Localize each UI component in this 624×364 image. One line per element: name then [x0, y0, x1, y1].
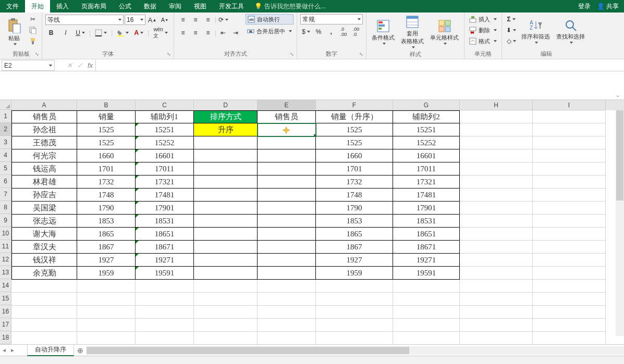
- cell-F10[interactable]: 1865: [316, 228, 393, 241]
- cell-D2[interactable]: 升序: [194, 123, 258, 136]
- cell-A7[interactable]: 孙应吉: [11, 189, 77, 202]
- cell-C10[interactable]: 18651: [136, 228, 194, 241]
- horizontal-scrollbar[interactable]: [87, 346, 624, 355]
- tab-file[interactable]: 文件: [0, 0, 25, 12]
- cell-C1[interactable]: 辅助列1: [136, 110, 194, 123]
- align-middle-button[interactable]: ≡: [190, 15, 201, 25]
- row-header-9[interactable]: 9: [0, 214, 11, 227]
- cell-I13[interactable]: [533, 267, 606, 280]
- col-header-G[interactable]: G: [393, 100, 460, 110]
- phonetic-button[interactable]: wén文: [152, 28, 168, 38]
- align-bottom-button[interactable]: ≡: [202, 15, 214, 25]
- row-header-2[interactable]: 2: [0, 123, 11, 136]
- decrease-indent-button[interactable]: ⇤: [217, 28, 229, 38]
- cell-A3[interactable]: 王德茂: [11, 136, 77, 149]
- cell-D1[interactable]: 排序方式: [194, 110, 258, 123]
- tab-developer[interactable]: 开发工具: [213, 0, 250, 12]
- sort-filter-button[interactable]: AZ排序和筛选: [519, 14, 552, 49]
- align-center-button[interactable]: ≡: [190, 28, 201, 38]
- tab-data[interactable]: 数据: [138, 0, 163, 12]
- cell-C15[interactable]: [136, 293, 194, 306]
- cell-F14[interactable]: [316, 280, 393, 293]
- cell-D6[interactable]: [194, 175, 258, 189]
- cell-I12[interactable]: [533, 254, 606, 267]
- cell-D18[interactable]: [194, 332, 258, 344]
- cell-A18[interactable]: [11, 332, 77, 344]
- cell-A4[interactable]: 何光宗: [11, 149, 77, 162]
- cell-D9[interactable]: [194, 215, 258, 228]
- cell-A5[interactable]: 钱运高: [11, 162, 77, 175]
- cell-F8[interactable]: 1790: [316, 202, 393, 215]
- row-header-8[interactable]: 8: [0, 201, 11, 214]
- font-launcher[interactable]: ⤡: [165, 51, 173, 58]
- cell-I11[interactable]: [533, 241, 606, 254]
- cell-D15[interactable]: [194, 293, 258, 306]
- cancel-formula-button[interactable]: ✕: [64, 61, 75, 69]
- paste-button[interactable]: 粘贴: [3, 14, 25, 49]
- cell-C18[interactable]: [136, 332, 194, 344]
- cell-E12[interactable]: [258, 254, 316, 267]
- cell-A13[interactable]: 余克勤: [11, 267, 77, 280]
- collapse-formula-icon[interactable]: ⌄: [616, 92, 623, 99]
- cell-A6[interactable]: 林君雄: [11, 175, 77, 189]
- cell-D12[interactable]: [194, 254, 258, 267]
- cell-A17[interactable]: [11, 319, 77, 332]
- cell-C9[interactable]: 18531: [136, 215, 194, 228]
- cut-button[interactable]: ✂: [27, 14, 39, 24]
- cell-H2[interactable]: [460, 123, 533, 136]
- cell-G1[interactable]: 辅助列2: [393, 110, 460, 123]
- cell-A12[interactable]: 钱汉祥: [11, 254, 77, 267]
- cell-F3[interactable]: 1525: [316, 136, 393, 149]
- cell-D11[interactable]: [194, 241, 258, 254]
- cell-H18[interactable]: [460, 332, 533, 344]
- row-header-7[interactable]: 7: [0, 188, 11, 201]
- cell-G12[interactable]: 19271: [393, 254, 460, 267]
- cell-I18[interactable]: [533, 332, 606, 344]
- percent-button[interactable]: %: [313, 27, 324, 37]
- cell-H14[interactable]: [460, 280, 533, 293]
- cell-I2[interactable]: [533, 123, 606, 136]
- cell-B7[interactable]: 1748: [77, 189, 136, 202]
- cell-B15[interactable]: [77, 293, 136, 306]
- fill-handle[interactable]: [314, 134, 316, 136]
- cell-G10[interactable]: 18651: [393, 228, 460, 241]
- cell-I10[interactable]: [533, 228, 606, 241]
- cell-H13[interactable]: [460, 267, 533, 280]
- cell-E4[interactable]: [258, 149, 316, 162]
- cell-D7[interactable]: [194, 189, 258, 202]
- cell-E13[interactable]: [258, 267, 316, 280]
- cell-I5[interactable]: [533, 162, 606, 175]
- cell-C11[interactable]: 18671: [136, 241, 194, 254]
- cell-G6[interactable]: 17321: [393, 175, 460, 189]
- row-header-1[interactable]: 1: [0, 110, 11, 123]
- cell-I14[interactable]: [533, 280, 606, 293]
- cell-E2[interactable]: [258, 123, 316, 136]
- cell-B5[interactable]: 1701: [77, 162, 136, 175]
- insert-function-button[interactable]: fx: [85, 61, 95, 69]
- cell-F5[interactable]: 1701: [316, 162, 393, 175]
- cell-E7[interactable]: [258, 189, 316, 202]
- cell-H3[interactable]: [460, 136, 533, 149]
- cell-H11[interactable]: [460, 241, 533, 254]
- cell-I8[interactable]: [533, 202, 606, 215]
- cell-E17[interactable]: [258, 319, 316, 332]
- tab-review[interactable]: 审阅: [163, 0, 188, 12]
- row-header-5[interactable]: 5: [0, 162, 11, 175]
- col-header-E[interactable]: E: [258, 100, 316, 110]
- row-header-15[interactable]: 15: [0, 292, 11, 305]
- cell-H6[interactable]: [460, 175, 533, 189]
- cell-B18[interactable]: [77, 332, 136, 344]
- tell-me-search[interactable]: 💡 告诉我您想要做什么...: [254, 0, 326, 12]
- cell-F13[interactable]: 1959: [316, 267, 393, 280]
- cell-I1[interactable]: [533, 110, 606, 123]
- row-header-13[interactable]: 13: [0, 266, 11, 279]
- cell-G4[interactable]: 16601: [393, 149, 460, 162]
- cell-G16[interactable]: [393, 306, 460, 319]
- cell-A15[interactable]: [11, 293, 77, 306]
- cell-A9[interactable]: 张志远: [11, 215, 77, 228]
- cell-I3[interactable]: [533, 136, 606, 149]
- cell-F6[interactable]: 1732: [316, 175, 393, 189]
- border-button[interactable]: [94, 28, 108, 38]
- cell-E3[interactable]: [258, 136, 316, 149]
- cell-H4[interactable]: [460, 149, 533, 162]
